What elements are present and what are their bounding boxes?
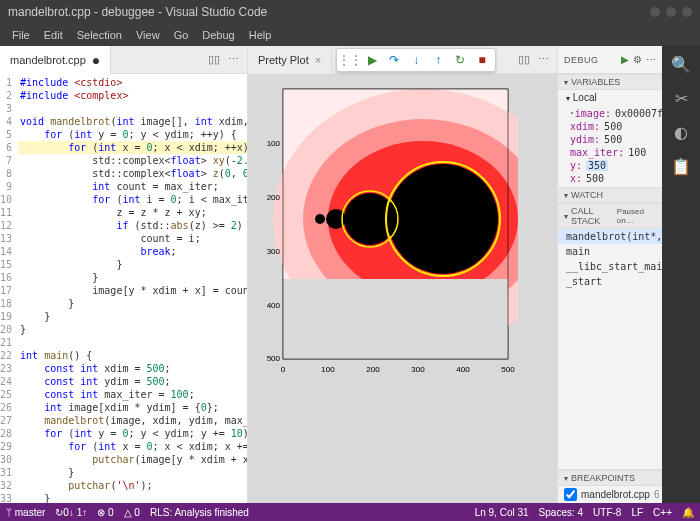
code-line-3[interactable]: [18, 102, 247, 115]
close-button[interactable]: [682, 7, 692, 17]
var-y[interactable]: y:350: [570, 159, 662, 172]
code-line-28[interactable]: for (int y = 0; y < ydim; y += 10) {: [18, 427, 247, 440]
svg-rect-11: [283, 279, 508, 359]
code-line-26[interactable]: int image[xdim * ydim] = {0};: [18, 401, 247, 414]
code-line-7[interactable]: std::complex<float> xy(-2.05 +: [18, 154, 247, 167]
code-line-11[interactable]: z = z * z + xy;: [18, 206, 247, 219]
code-line-5[interactable]: for (int y = 0; y < ydim; ++y) {: [18, 128, 247, 141]
continue-button[interactable]: ▶: [363, 51, 381, 69]
svg-text:300: 300: [411, 365, 425, 374]
split-editor-icon[interactable]: ▯▯: [518, 53, 530, 66]
breakpoints-header[interactable]: ▾Breakpoints: [558, 470, 662, 486]
callstack-header[interactable]: ▾Call StackPaused on…: [558, 203, 662, 229]
callstack-frame[interactable]: main: [558, 244, 662, 259]
code-line-10[interactable]: for (int i = 0; i < max_iter; +: [18, 193, 247, 206]
code-line-21[interactable]: [18, 336, 247, 349]
breakpoint-row[interactable]: mandelbrot.cpp 6: [558, 486, 662, 503]
code-line-13[interactable]: count = i;: [18, 232, 247, 245]
callstack-frame[interactable]: _start: [558, 274, 662, 289]
code-line-4[interactable]: void mandelbrot(int image[], int xdim, i…: [18, 115, 247, 128]
var-xdim[interactable]: xdim:500: [570, 120, 662, 133]
var-x[interactable]: x:500: [570, 172, 662, 185]
more-actions-icon[interactable]: ⋯: [228, 53, 239, 66]
menu-edit[interactable]: Edit: [38, 27, 69, 43]
step-into-button[interactable]: ↓: [407, 51, 425, 69]
start-debug-icon[interactable]: ▶: [621, 54, 629, 65]
scope-local[interactable]: Local: [573, 92, 597, 103]
debug-panel-title: DEBUG: [564, 55, 599, 65]
code-line-32[interactable]: putchar('\n');: [18, 479, 247, 492]
code-line-30[interactable]: putchar(image[y * xdim + x] < m: [18, 453, 247, 466]
menu-selection[interactable]: Selection: [71, 27, 128, 43]
cursor-position[interactable]: Ln 9, Col 31: [475, 507, 529, 518]
code-line-20[interactable]: }: [18, 323, 247, 336]
warnings-count[interactable]: △ 0: [124, 507, 140, 518]
restart-button[interactable]: ↻: [451, 51, 469, 69]
close-tab-icon[interactable]: ×: [315, 54, 321, 66]
clipboard-icon[interactable]: 📋: [669, 154, 693, 178]
code-line-15[interactable]: }: [18, 258, 247, 271]
breakpoint-checkbox[interactable]: [564, 488, 577, 501]
scissors-icon[interactable]: ✂: [669, 86, 693, 110]
maximize-button[interactable]: [666, 7, 676, 17]
code-line-2[interactable]: #include <complex>: [18, 89, 247, 102]
split-editor-icon[interactable]: ▯▯: [208, 53, 220, 66]
drag-handle-icon[interactable]: ⋮⋮: [341, 51, 359, 69]
indent-setting[interactable]: Spaces: 4: [539, 507, 583, 518]
minimize-button[interactable]: [650, 7, 660, 17]
svg-text:0: 0: [281, 365, 286, 374]
git-sync[interactable]: ↻0↓ 1↑: [55, 507, 87, 518]
code-line-33[interactable]: }: [18, 492, 247, 503]
code-line-6[interactable]: for (int x = 0; x < xdim; ++x) {: [18, 141, 247, 154]
code-line-31[interactable]: }: [18, 466, 247, 479]
debug-settings-icon[interactable]: ⚙: [633, 54, 642, 65]
menu-file[interactable]: File: [6, 27, 36, 43]
tab-pretty-plot[interactable]: Pretty Plot ×: [248, 46, 332, 74]
code-line-23[interactable]: const int xdim = 500;: [18, 362, 247, 375]
code-line-14[interactable]: break;: [18, 245, 247, 258]
var-image[interactable]: ▸ image:0x00007ffc…: [570, 107, 662, 120]
code-line-29[interactable]: for (int x = 0; x < xdim; x += 5) {: [18, 440, 247, 453]
tab-mandelbrot[interactable]: mandelbrot.cpp ●: [0, 46, 111, 74]
stop-button[interactable]: ■: [473, 51, 491, 69]
code-line-8[interactable]: std::complex<float> z(0, 0);: [18, 167, 247, 180]
code-line-9[interactable]: int count = max_iter;: [18, 180, 247, 193]
svg-point-5: [388, 164, 498, 274]
code-line-24[interactable]: const int ydim = 500;: [18, 375, 247, 388]
search-icon[interactable]: 🔍: [669, 52, 693, 76]
errors-count[interactable]: ⊗ 0: [97, 507, 113, 518]
code-line-18[interactable]: }: [18, 297, 247, 310]
callstack-frame[interactable]: __libc_start_main: [558, 259, 662, 274]
language-mode[interactable]: C++: [653, 507, 672, 518]
debug-more-icon[interactable]: ⋯: [646, 54, 656, 65]
window-controls: [650, 7, 692, 17]
notifications-icon[interactable]: 🔔: [682, 507, 694, 518]
code-line-27[interactable]: mandelbrot(image, xdim, ydim, max_iter): [18, 414, 247, 427]
menu-debug[interactable]: Debug: [196, 27, 240, 43]
git-branch[interactable]: ᛘ master: [6, 507, 45, 518]
code-line-16[interactable]: }: [18, 271, 247, 284]
code-line-12[interactable]: if (std::abs(z) >= 2) {: [18, 219, 247, 232]
code-line-22[interactable]: int main() {: [18, 349, 247, 362]
watch-header[interactable]: ▾Watch: [558, 187, 662, 203]
encoding[interactable]: UTF-8: [593, 507, 621, 518]
variables-header[interactable]: ▾Variables: [558, 74, 662, 90]
menu-help[interactable]: Help: [243, 27, 278, 43]
rls-status[interactable]: RLS: Analysis finished: [150, 507, 249, 518]
code-line-1[interactable]: #include <cstdio>: [18, 76, 247, 89]
code-line-19[interactable]: }: [18, 310, 247, 323]
code-editor[interactable]: 1234567891011121314151617181920212223242…: [0, 74, 247, 503]
eol[interactable]: LF: [631, 507, 643, 518]
var-max-iter[interactable]: max_iter:100: [570, 146, 662, 159]
menu-view[interactable]: View: [130, 27, 166, 43]
code-line-17[interactable]: image[y * xdim + x] = count;: [18, 284, 247, 297]
gauge-icon[interactable]: ◐: [669, 120, 693, 144]
more-actions-icon[interactable]: ⋯: [538, 53, 549, 66]
callstack-frame[interactable]: mandelbrot(int*,…: [558, 229, 662, 244]
step-over-button[interactable]: ↷: [385, 51, 403, 69]
code-line-25[interactable]: const int max_iter = 100;: [18, 388, 247, 401]
menu-go[interactable]: Go: [168, 27, 195, 43]
var-ydim[interactable]: ydim:500: [570, 133, 662, 146]
activity-bar: 🔍 ✂ ◐ 📋: [662, 46, 700, 503]
step-out-button[interactable]: ↑: [429, 51, 447, 69]
